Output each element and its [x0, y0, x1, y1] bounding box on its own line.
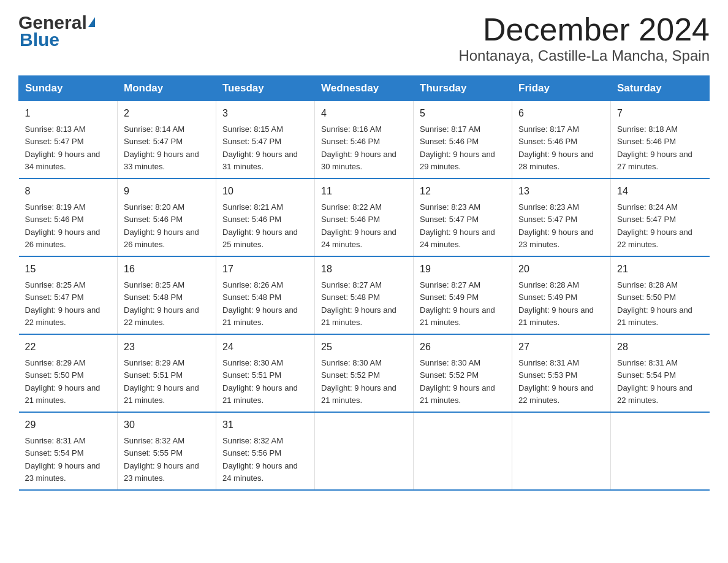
day-number: 4 [321, 106, 407, 121]
day-info: Sunrise: 8:17 AMSunset: 5:46 PMDaylight:… [518, 124, 594, 171]
day-info: Sunrise: 8:19 AMSunset: 5:46 PMDaylight:… [25, 202, 100, 249]
day-number: 15 [25, 262, 112, 277]
day-info: Sunrise: 8:27 AMSunset: 5:49 PMDaylight:… [420, 280, 495, 327]
day-info: Sunrise: 8:24 AMSunset: 5:47 PMDaylight:… [617, 202, 692, 249]
calendar-cell: 24Sunrise: 8:30 AMSunset: 5:51 PMDayligh… [216, 334, 315, 412]
calendar-cell: 14Sunrise: 8:24 AMSunset: 5:47 PMDayligh… [611, 178, 710, 256]
calendar-cell: 6Sunrise: 8:17 AMSunset: 5:46 PMDaylight… [512, 101, 611, 179]
calendar-week-3: 15Sunrise: 8:25 AMSunset: 5:47 PMDayligh… [19, 256, 710, 334]
calendar-cell: 7Sunrise: 8:18 AMSunset: 5:46 PMDaylight… [611, 101, 710, 179]
day-info: Sunrise: 8:30 AMSunset: 5:52 PMDaylight:… [420, 358, 495, 405]
day-number: 6 [518, 106, 604, 121]
day-number: 14 [617, 184, 703, 199]
header-tuesday: Tuesday [216, 76, 315, 101]
day-number: 20 [518, 262, 604, 277]
calendar-cell: 15Sunrise: 8:25 AMSunset: 5:47 PMDayligh… [19, 256, 118, 334]
day-number: 7 [617, 106, 703, 121]
calendar-cell: 31Sunrise: 8:32 AMSunset: 5:56 PMDayligh… [216, 412, 315, 490]
day-number: 26 [420, 340, 506, 354]
day-info: Sunrise: 8:21 AMSunset: 5:46 PMDaylight:… [222, 202, 298, 249]
day-info: Sunrise: 8:29 AMSunset: 5:50 PMDaylight:… [25, 358, 100, 405]
calendar-cell: 17Sunrise: 8:26 AMSunset: 5:48 PMDayligh… [216, 256, 315, 334]
day-number: 30 [124, 418, 210, 432]
calendar-cell: 3Sunrise: 8:15 AMSunset: 5:47 PMDaylight… [216, 101, 315, 179]
day-info: Sunrise: 8:31 AMSunset: 5:54 PMDaylight:… [25, 436, 100, 483]
page-title: December 2024 [458, 12, 710, 47]
calendar-cell: 16Sunrise: 8:25 AMSunset: 5:48 PMDayligh… [118, 256, 216, 334]
day-number: 17 [222, 262, 308, 277]
calendar-cell [512, 412, 611, 490]
day-number: 22 [25, 340, 112, 354]
day-info: Sunrise: 8:13 AMSunset: 5:47 PMDaylight:… [25, 124, 100, 171]
calendar-cell: 4Sunrise: 8:16 AMSunset: 5:46 PMDaylight… [315, 101, 414, 179]
calendar-cell: 8Sunrise: 8:19 AMSunset: 5:46 PMDaylight… [19, 178, 118, 256]
day-info: Sunrise: 8:25 AMSunset: 5:47 PMDaylight:… [25, 280, 100, 327]
calendar-body: 1Sunrise: 8:13 AMSunset: 5:47 PMDaylight… [19, 101, 710, 491]
logo-triangle-icon [88, 17, 95, 27]
day-info: Sunrise: 8:15 AMSunset: 5:47 PMDaylight:… [222, 124, 298, 171]
day-info: Sunrise: 8:32 AMSunset: 5:55 PMDaylight:… [124, 436, 199, 483]
calendar-cell: 2Sunrise: 8:14 AMSunset: 5:47 PMDaylight… [118, 101, 216, 179]
day-number: 31 [222, 418, 308, 432]
day-info: Sunrise: 8:30 AMSunset: 5:52 PMDaylight:… [321, 358, 396, 405]
day-info: Sunrise: 8:32 AMSunset: 5:56 PMDaylight:… [222, 436, 298, 483]
day-number: 21 [617, 262, 703, 277]
calendar-week-4: 22Sunrise: 8:29 AMSunset: 5:50 PMDayligh… [19, 334, 710, 412]
header-friday: Friday [512, 76, 611, 101]
day-info: Sunrise: 8:25 AMSunset: 5:48 PMDaylight:… [124, 280, 199, 327]
day-number: 11 [321, 184, 407, 199]
day-number: 29 [25, 418, 112, 432]
page-header: General Blue December 2024 Hontanaya, Ca… [18, 12, 710, 64]
day-info: Sunrise: 8:18 AMSunset: 5:46 PMDaylight:… [617, 124, 692, 171]
calendar-cell: 13Sunrise: 8:23 AMSunset: 5:47 PMDayligh… [512, 178, 611, 256]
day-number: 12 [420, 184, 506, 199]
day-number: 23 [124, 340, 210, 354]
calendar-cell: 20Sunrise: 8:28 AMSunset: 5:49 PMDayligh… [512, 256, 611, 334]
day-info: Sunrise: 8:31 AMSunset: 5:54 PMDaylight:… [617, 358, 692, 405]
day-number: 18 [321, 262, 407, 277]
calendar-cell [315, 412, 414, 490]
day-info: Sunrise: 8:31 AMSunset: 5:53 PMDaylight:… [518, 358, 594, 405]
logo: General Blue [18, 12, 95, 50]
page-subtitle: Hontanaya, Castille-La Mancha, Spain [458, 47, 710, 64]
logo-blue: Blue [20, 29, 59, 50]
calendar-cell: 19Sunrise: 8:27 AMSunset: 5:49 PMDayligh… [414, 256, 512, 334]
day-number: 5 [420, 106, 506, 121]
day-info: Sunrise: 8:29 AMSunset: 5:51 PMDaylight:… [124, 358, 199, 405]
header-wednesday: Wednesday [315, 76, 414, 101]
day-info: Sunrise: 8:17 AMSunset: 5:46 PMDaylight:… [420, 124, 495, 171]
day-info: Sunrise: 8:23 AMSunset: 5:47 PMDaylight:… [420, 202, 495, 249]
calendar-cell: 26Sunrise: 8:30 AMSunset: 5:52 PMDayligh… [414, 334, 512, 412]
calendar-header: SundayMondayTuesdayWednesdayThursdayFrid… [19, 76, 710, 101]
calendar-cell: 11Sunrise: 8:22 AMSunset: 5:46 PMDayligh… [315, 178, 414, 256]
day-info: Sunrise: 8:30 AMSunset: 5:51 PMDaylight:… [222, 358, 298, 405]
day-number: 28 [617, 340, 703, 354]
calendar-cell: 10Sunrise: 8:21 AMSunset: 5:46 PMDayligh… [216, 178, 315, 256]
day-number: 2 [124, 106, 210, 121]
calendar-cell: 27Sunrise: 8:31 AMSunset: 5:53 PMDayligh… [512, 334, 611, 412]
calendar-cell: 9Sunrise: 8:20 AMSunset: 5:46 PMDaylight… [118, 178, 216, 256]
day-info: Sunrise: 8:28 AMSunset: 5:50 PMDaylight:… [617, 280, 692, 327]
calendar-cell: 21Sunrise: 8:28 AMSunset: 5:50 PMDayligh… [611, 256, 710, 334]
calendar-week-1: 1Sunrise: 8:13 AMSunset: 5:47 PMDaylight… [19, 101, 710, 179]
day-number: 9 [124, 184, 210, 199]
day-number: 24 [222, 340, 308, 354]
day-info: Sunrise: 8:23 AMSunset: 5:47 PMDaylight:… [518, 202, 594, 249]
calendar-cell [414, 412, 512, 490]
day-number: 16 [124, 262, 210, 277]
day-info: Sunrise: 8:20 AMSunset: 5:46 PMDaylight:… [124, 202, 199, 249]
day-number: 1 [25, 106, 112, 121]
calendar-cell [611, 412, 710, 490]
calendar-cell: 25Sunrise: 8:30 AMSunset: 5:52 PMDayligh… [315, 334, 414, 412]
day-info: Sunrise: 8:14 AMSunset: 5:47 PMDaylight:… [124, 124, 199, 171]
day-number: 13 [518, 184, 604, 199]
calendar-cell: 1Sunrise: 8:13 AMSunset: 5:47 PMDaylight… [19, 101, 118, 179]
day-number: 8 [25, 184, 112, 199]
calendar-week-5: 29Sunrise: 8:31 AMSunset: 5:54 PMDayligh… [19, 412, 710, 490]
calendar-cell: 28Sunrise: 8:31 AMSunset: 5:54 PMDayligh… [611, 334, 710, 412]
day-number: 25 [321, 340, 407, 354]
day-info: Sunrise: 8:28 AMSunset: 5:49 PMDaylight:… [518, 280, 594, 327]
calendar-cell: 23Sunrise: 8:29 AMSunset: 5:51 PMDayligh… [118, 334, 216, 412]
calendar-cell: 5Sunrise: 8:17 AMSunset: 5:46 PMDaylight… [414, 101, 512, 179]
day-info: Sunrise: 8:16 AMSunset: 5:46 PMDaylight:… [321, 124, 396, 171]
